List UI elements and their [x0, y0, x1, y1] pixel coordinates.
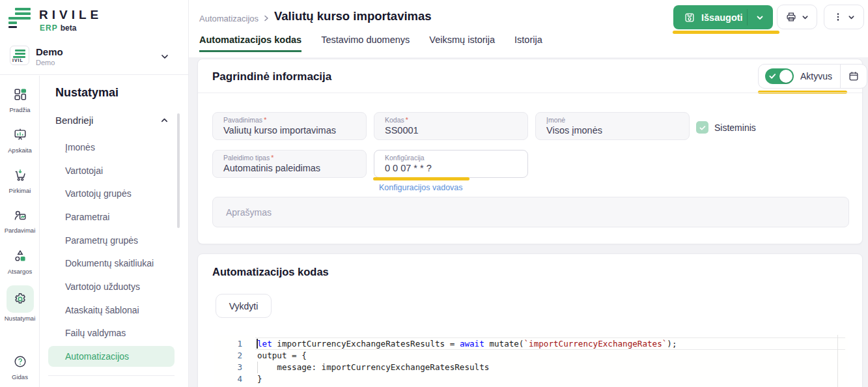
chevron-right-icon [262, 14, 270, 22]
card-title: Automatizacijos kodas [212, 266, 329, 278]
rail-item-nustatymai[interactable]: Nustatymai [0, 285, 40, 322]
rail-item-apskaita[interactable]: Apskaita [0, 128, 40, 154]
sisteminis-checkbox-label: Sisteminis [714, 122, 756, 133]
rail-item-pradzia[interactable]: Pradžia [0, 87, 40, 113]
code-line-1[interactable]: let importCurrencyExchangeRatesResults =… [257, 338, 677, 350]
code-line-3[interactable]: message: importCurrencyExchangeRatesResu… [257, 362, 489, 373]
rail-item-gidas[interactable]: Gidas [0, 354, 40, 380]
nav-item-vartotojo-uzduotys[interactable]: Vartotojo užduotys [48, 276, 175, 297]
inventory-icon [13, 249, 27, 263]
annotation-underline-save [673, 31, 779, 34]
nav-item-parametrai[interactable]: Parametrai [48, 207, 175, 227]
sidebar-lower: Pradžia Apskaita [0, 76, 189, 387]
rail-item-pirkimai[interactable]: Pirkimai [0, 168, 40, 194]
nav-item-ataskaitu-sablonai[interactable]: Ataskaitų šablonai [48, 300, 175, 321]
app-window: RIVILE ERPbeta IVIL Demo Demo [0, 0, 868, 387]
field-pavadinimas[interactable]: Pavadinimas* Valiutų kurso importavimas [212, 112, 367, 140]
sisteminis-checkbox-row: Sisteminis [696, 121, 756, 134]
brand-logo[interactable]: RIVILE ERPbeta [0, 0, 189, 39]
topbar: Automatizacijos Valiutų kurso importavim… [189, 0, 868, 57]
active-toggle-label: Aktyvus [800, 71, 832, 81]
field-imone[interactable]: Įmonė Visos įmonės [535, 112, 690, 140]
tab-testavimo-duomenys[interactable]: Testavimo duomenys [321, 35, 410, 52]
automation-code-card: Automatizacijos kodas Vykdyti 1 2 3 4 le… [197, 253, 863, 387]
field-kodas[interactable]: Kodas* SS0001 [374, 112, 528, 140]
nav-item-dokumentu-skaitliukai[interactable]: Dokumentų skaitliukai [48, 253, 175, 274]
field-value: Visos įmonės [546, 125, 689, 136]
chevron-down-icon [160, 52, 169, 61]
code-editor[interactable]: 1 2 3 4 let importCurrencyExchangeRatesR… [214, 335, 848, 387]
code-line-4[interactable]: } [257, 373, 262, 385]
company-selector[interactable]: IVIL Demo Demo [0, 39, 189, 75]
line-number: 4 [214, 373, 242, 385]
nav-item-parametru-grupes[interactable]: Parametrų grupės [48, 230, 175, 251]
rail-label: Gidas [0, 373, 40, 380]
nav-item-vartotojai[interactable]: Vartotojai [48, 160, 175, 181]
required-mark: * [264, 116, 266, 124]
code-line-2[interactable]: output = { [257, 350, 307, 362]
rail-label: Pradžia [0, 106, 40, 113]
save-floppy-icon [684, 12, 695, 23]
check-icon [768, 72, 777, 80]
rail-item-atsargos[interactable]: Atsargos [0, 249, 40, 275]
chevron-down-icon [802, 14, 809, 21]
print-button[interactable] [777, 5, 817, 29]
tab-veiksmu-istorija[interactable]: Veiksmų istorija [429, 35, 495, 52]
config-guide-link[interactable]: Konfiguracijos vadovas [379, 183, 463, 192]
required-mark: * [271, 154, 273, 162]
nav-item-failu-valdymas[interactable]: Failų valdymas [48, 322, 175, 343]
field-value: 0 0 07 * * ? [385, 163, 527, 173]
chevron-up-icon[interactable] [160, 116, 169, 124]
rail-label: Nustatymai [0, 315, 40, 322]
field-label: Kodas [385, 116, 404, 124]
calendar-icon [848, 70, 860, 82]
toggle-knob [779, 70, 792, 83]
run-button[interactable]: Vykdyti [216, 294, 272, 318]
breadcrumb[interactable]: Automatizacijos [199, 14, 259, 23]
field-label: Pavadinimas [223, 116, 262, 124]
card-header-divider [198, 93, 862, 93]
save-button[interactable]: Išsaugoti [673, 12, 747, 23]
nav-item-automatizacijos[interactable]: Automatizacijos [48, 346, 175, 367]
brand-erp: ERP [40, 23, 58, 33]
printer-icon [785, 11, 797, 23]
annotation-underline-config [373, 177, 469, 180]
schedule-button[interactable] [841, 70, 867, 82]
save-options-button[interactable] [748, 14, 772, 22]
field-label: Įmonė [546, 116, 565, 124]
content-area: Pagrindinė informacija Aktyvus [189, 57, 868, 387]
settings-gear-icon [13, 292, 27, 306]
brand-name: RIVILE [39, 8, 102, 22]
nav-item-vartotoju-grupes[interactable]: Vartotojų grupės [48, 183, 175, 204]
description-textarea[interactable]: Aprašymas [212, 197, 849, 227]
line-number: 2 [214, 350, 242, 362]
rail-item-pardavimai[interactable]: Pardavimai [0, 208, 40, 234]
field-label: Konfigūracija [385, 154, 425, 162]
field-paleidimo-tipas[interactable]: Paleidimo tipas* Automatinis paleidimas [212, 150, 367, 178]
editor-scrollbar-rule [837, 335, 838, 387]
field-value: SS0001 [385, 125, 527, 136]
nav-item-imones[interactable]: Įmonės [48, 137, 175, 158]
chevron-down-icon [848, 14, 855, 21]
sidebar: RIVILE ERPbeta IVIL Demo Demo [0, 0, 189, 387]
main-area: Automatizacijos Valiutų kurso importavim… [189, 0, 868, 387]
rail-label: Pardavimai [0, 227, 40, 234]
sisteminis-checkbox[interactable] [696, 121, 708, 134]
field-konfiguracija[interactable]: Konfigūracija 0 0 07 * * ? [374, 150, 528, 178]
field-value: Valiutų kurso importavimas [223, 125, 366, 136]
save-split-button: Išsaugoti [673, 5, 773, 29]
tab-automatizacijos-kodas[interactable]: Automatizacijos kodas [199, 35, 301, 52]
chevron-down-icon [756, 14, 764, 22]
tab-bar: Automatizacijos kodas Testavimo duomenys… [199, 35, 542, 52]
nav-scrollbar[interactable] [177, 113, 180, 228]
nav-divider [48, 375, 175, 376]
nav-group-bendrieji[interactable]: Bendrieji [55, 115, 173, 126]
sales-icon [13, 208, 27, 222]
brand-beta: beta [61, 23, 77, 33]
tab-istorija[interactable]: Istorija [514, 35, 542, 52]
accounting-icon [13, 128, 27, 142]
active-toggle[interactable] [765, 68, 794, 84]
purchases-cart-icon [13, 168, 27, 182]
module-rail: Pradžia Apskaita [0, 76, 40, 387]
more-actions-button[interactable] [824, 5, 864, 29]
